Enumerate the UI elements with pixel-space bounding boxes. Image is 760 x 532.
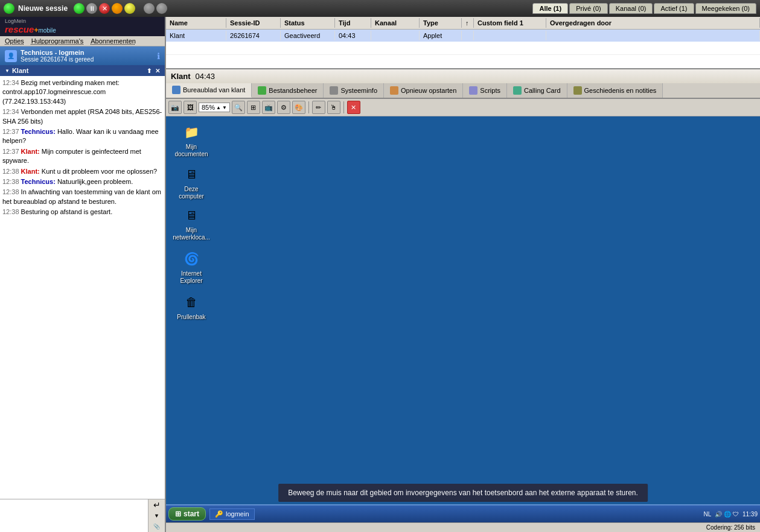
tab-desktop-label: Bureaublad van klant	[183, 86, 245, 93]
tab-files[interactable]: Bestandsbeheer	[252, 83, 324, 98]
session-icon-pause[interactable]: ⏸	[86, 3, 97, 14]
mycomputer-label: Deze computer	[172, 185, 211, 201]
session-id-info: Sessie 26261674 is gereed	[21, 56, 94, 63]
row-kanaal	[371, 31, 420, 40]
remote-desktop[interactable]: 📁 Mijn documenten 🖥 Deze computer 🖥 Mijn…	[166, 116, 760, 522]
chat-attach-button[interactable]: 📎	[148, 521, 165, 532]
recycle-icon: 🗑	[182, 293, 201, 312]
tab-calling[interactable]: Calling Card	[507, 83, 567, 98]
filter-tabs: Alle (1) Privé (0) Kanaal (0) Actief (1)…	[532, 3, 756, 14]
chat-message: 12:38 Besturing op afstand is gestart.	[2, 207, 162, 217]
chat-options-button[interactable]: ▼	[148, 510, 165, 521]
tab-history-label: Geschiedenis en notities	[584, 87, 657, 94]
zoom-up-arrow[interactable]: ▲	[216, 105, 221, 110]
toolbar-zoom-in-btn[interactable]: 🔍	[232, 101, 245, 114]
col-header-kanaal[interactable]: Kanaal	[371, 18, 420, 28]
status-bar: Codering: 256 bits	[166, 522, 760, 532]
tab-scripts[interactable]: Scripts	[463, 83, 507, 98]
toolbar-draw-btn[interactable]: ✏	[312, 101, 325, 114]
col-header-status[interactable]: Status	[281, 18, 335, 28]
session-icon-extra2[interactable]	[156, 3, 167, 14]
info-icon[interactable]: ℹ	[157, 51, 160, 61]
zoom-value: 85%	[202, 104, 215, 111]
toolbar-adjust-btn[interactable]: ⚙	[277, 101, 290, 114]
taskbar: ⊞ start 🔑 logmein NL 🔊 🌐 🛡 11:39	[166, 504, 760, 522]
chat-input[interactable]	[0, 499, 148, 532]
toolbar-color-btn[interactable]: 🎨	[292, 101, 305, 114]
session-panel-header[interactable]: ▼ Klant ⬆ ✕	[0, 65, 165, 76]
session-icon-stop[interactable]: ✕	[99, 3, 110, 14]
tab-calling-icon	[513, 86, 522, 95]
row-time: 04:43	[335, 31, 371, 40]
session-list-header: Name Sessie-ID Status Tijd Kanaal Type ↑…	[166, 17, 760, 30]
new-session-icon	[4, 3, 14, 14]
chat-message: 12:38 Technicus: Natuurlijk,geen problee…	[2, 177, 162, 186]
session-action-icon2[interactable]: ✕	[155, 68, 160, 74]
tab-restart[interactable]: Opnieuw opstarten	[384, 83, 463, 98]
col-header-name[interactable]: Name	[166, 18, 226, 28]
mydocs-label: Mijn documenten	[172, 143, 211, 159]
desktop-icon-ie[interactable]: 🌀 Internet Explorer	[172, 249, 211, 285]
session-row[interactable]: Klant 26261674 Geactiveerd 04:43 Applet	[166, 30, 760, 42]
technician-bar: 👤 Technicus - logmein Sessie 26261674 is…	[0, 46, 165, 65]
tab-scripts-icon	[469, 86, 477, 95]
col-header-time[interactable]: Tijd	[335, 18, 371, 28]
col-header-sort[interactable]: ↑	[462, 18, 474, 28]
toolbar-screen2-btn[interactable]: 🖼	[184, 101, 197, 114]
toolbar-pointer-btn[interactable]: 🖱	[327, 101, 340, 114]
zoom-down-arrow[interactable]: ▼	[222, 105, 227, 110]
tab-desktop[interactable]: Bureaublad van klant	[166, 83, 252, 98]
toolbar: 📷 🖼 85% ▲ ▼ 🔍 ⊞ 📺 ⚙ 🎨 ✏ 🖱 ✕	[166, 99, 760, 116]
toolbar-screenshot-btn[interactable]: 📷	[168, 101, 182, 114]
tab-sysinfo-label: Systeeminfo	[340, 87, 377, 94]
session-icon-extra1[interactable]	[144, 3, 155, 14]
session-panel-actions: ⬆ ✕	[147, 68, 160, 74]
session-panel-label: Klant	[12, 67, 29, 74]
taskbar-logmein-icon: 🔑	[215, 510, 223, 518]
menu-hulpprogrammas[interactable]: Hulpprogramma's	[31, 37, 83, 45]
tab-restart-icon	[390, 86, 398, 95]
start-button[interactable]: ⊞ start	[168, 507, 206, 521]
new-session-label[interactable]: Nieuwe sessie	[18, 4, 68, 13]
zoom-control[interactable]: 85% ▲ ▼	[199, 103, 230, 112]
tab-active[interactable]: Actief (1)	[654, 3, 694, 14]
technician-name: Technicus - logmein	[21, 49, 94, 56]
tab-watched[interactable]: Meegekeken (0)	[695, 3, 757, 14]
technician-info: Technicus - logmein Sessie 26261674 is g…	[21, 49, 94, 63]
tab-channel[interactable]: Kanaal (0)	[609, 3, 653, 14]
left-panel: LogMeIn rescue + mobile Opties Hulpprogr…	[0, 17, 166, 532]
tab-sysinfo-icon	[330, 86, 338, 95]
taskbar-right: NL 🔊 🌐 🛡 11:39	[704, 511, 758, 518]
tab-all[interactable]: Alle (1)	[532, 3, 568, 14]
chat-message: 12:34 Verbonden met applet (RSA 2048 bit…	[2, 107, 162, 126]
tab-sysinfo[interactable]: Systeeminfo	[324, 83, 384, 98]
session-icon-hold[interactable]	[112, 3, 123, 14]
row-sessid: 26261674	[226, 31, 281, 40]
desktop-icon-recycle[interactable]: 🗑 Prullenbak	[172, 293, 211, 321]
recycle-label: Prullenbak	[176, 313, 206, 321]
tab-history[interactable]: Geschiedenis en notities	[567, 83, 663, 98]
desktop-icon-network[interactable]: 🖥 Mijn netwerkloca...	[172, 206, 211, 242]
col-header-over[interactable]: Overgedragen door	[546, 18, 760, 28]
logo-rescue-text: rescue	[5, 25, 34, 35]
technician-avatar: 👤	[5, 50, 17, 62]
toolbar-view-btn[interactable]: 📺	[262, 101, 275, 114]
col-header-custom[interactable]: Custom field 1	[474, 18, 546, 28]
menu-opties[interactable]: Opties	[5, 37, 24, 45]
desktop-icon-mycomputer[interactable]: 🖥 Deze computer	[172, 165, 211, 201]
col-header-sessid[interactable]: Sessie-ID	[226, 18, 281, 28]
keyboard-hint: Beweeg de muis naar dit gebied om invoer…	[278, 484, 648, 502]
session-icon-transfer[interactable]	[124, 3, 135, 14]
desktop-icon-mydocs[interactable]: 📁 Mijn documenten	[172, 122, 211, 159]
toolbar-fit-btn[interactable]: ⊞	[247, 101, 260, 114]
chat-send-button[interactable]: ↵	[148, 499, 165, 510]
logo-mobile-text: mobile	[38, 27, 56, 34]
menu-abonnementen[interactable]: Abonnementen	[91, 37, 136, 45]
session-action-icon1[interactable]: ⬆	[147, 68, 152, 74]
taskbar-logmein-btn[interactable]: 🔑 logmein	[209, 508, 255, 520]
windows-icon: ⊞	[175, 510, 181, 518]
tab-private[interactable]: Privé (0)	[569, 3, 608, 14]
toolbar-close-btn[interactable]: ✕	[347, 101, 360, 114]
session-icon-play[interactable]	[74, 3, 85, 14]
col-header-type[interactable]: Type	[420, 18, 462, 28]
